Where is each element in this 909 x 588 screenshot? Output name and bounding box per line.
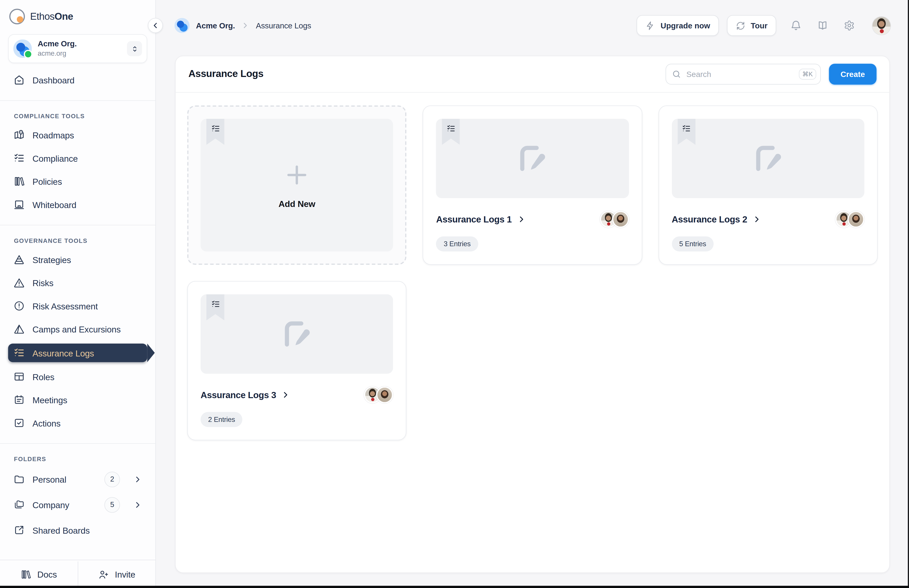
sidebar-item-label: Actions (32, 418, 61, 428)
invite-button[interactable]: Invite (78, 560, 155, 588)
sidebar-item-compliance[interactable]: Compliance (8, 150, 147, 167)
breadcrumb: Acme Org. Assurance Logs (175, 18, 311, 33)
folders-icon (13, 499, 25, 510)
docs-button[interactable]: Docs (0, 560, 78, 588)
sidebar-item-risks[interactable]: Risks (8, 274, 147, 291)
chevron-right-icon[interactable] (752, 215, 761, 224)
sidebar-item-label: Company (32, 500, 69, 509)
window-edge-bottom (0, 586, 909, 588)
member-avatars (364, 386, 393, 403)
breadcrumb-org[interactable]: Acme Org. (196, 21, 235, 30)
divider (0, 443, 155, 444)
sidebar: EthosOne Acme Org. acme.org Dashboard CO… (0, 0, 156, 588)
sidebar-item-label: Assurance Logs (32, 348, 94, 358)
sidebar-item-roadmaps[interactable]: Roadmaps (8, 126, 147, 144)
entries-badge: 2 Entries (201, 412, 243, 427)
chevron-right-icon[interactable] (133, 501, 142, 509)
search-icon (672, 69, 681, 79)
sidebar-item-camps-and-excursions[interactable]: Camps and Excursions (8, 320, 147, 338)
user-avatar[interactable] (872, 16, 890, 34)
add-new-card-body: Add New (201, 119, 393, 252)
sidebar-nav: Dashboard COMPLIANCE TOOLS Roadmaps Comp… (0, 63, 155, 560)
sidebar-item-label: Personal (32, 474, 66, 484)
add-new-card[interactable]: Add New (187, 105, 406, 265)
calendar-icon (13, 394, 25, 405)
map-pin-icon (13, 129, 25, 141)
entries-badge: 3 Entries (436, 236, 478, 252)
divider (0, 225, 155, 226)
page-title: Assurance Logs (188, 68, 264, 80)
org-selector[interactable]: Acme Org. acme.org (8, 34, 147, 63)
card-title-row: Assurance Logs 3 (201, 386, 393, 403)
docs-library-button[interactable] (815, 19, 830, 32)
sidebar-item-label: Camps and Excursions (32, 324, 121, 334)
top-actions: Upgrade now Tour (637, 15, 890, 36)
sidebar-item-roles[interactable]: Roles (8, 368, 147, 385)
sidebar-item-meetings[interactable]: Meetings (8, 391, 147, 408)
app-window: EthosOne Acme Org. acme.org Dashboard CO… (0, 0, 909, 588)
tour-label: Tour (751, 21, 768, 30)
card-title[interactable]: Assurance Logs 1 (436, 214, 511, 225)
settings-button[interactable] (843, 19, 856, 32)
sidebar-item-strategies[interactable]: Strategies (8, 251, 147, 268)
sidebar-item-whiteboard[interactable]: Whiteboard (8, 196, 147, 213)
share-icon (13, 524, 25, 536)
sidebar-item-shared-boards[interactable]: Shared Boards (8, 520, 147, 540)
sidebar-item-label: Shared Boards (32, 525, 90, 535)
card-title[interactable]: Assurance Logs 3 (201, 390, 276, 400)
org-name: Acme Org. (38, 39, 77, 49)
folder-count-badge: 2 (104, 471, 120, 487)
sidebar-item-risk-assessment[interactable]: Risk Assessment (8, 297, 147, 315)
card-preview (672, 119, 864, 198)
card-title-row: Assurance Logs 2 (672, 211, 864, 228)
sidebar-collapse-button[interactable] (148, 18, 163, 33)
sidebar-item-company[interactable]: Company 5 (8, 495, 147, 515)
notifications-button[interactable] (789, 19, 803, 32)
avatar (612, 211, 629, 228)
chevron-right-icon[interactable] (281, 391, 290, 399)
org-meta: Acme Org. acme.org (38, 39, 77, 58)
create-button[interactable]: Create (829, 64, 877, 84)
sidebar-item-label: Strategies (32, 255, 71, 264)
org-avatar (13, 39, 32, 58)
card-preview (201, 294, 393, 374)
log-card-1[interactable]: Assurance Logs 1 3 Entries (423, 105, 642, 265)
sidebar-item-actions[interactable]: Actions (8, 414, 147, 431)
assurance-logs-panel: Assurance Logs ⌘K Create (175, 56, 890, 573)
search-input[interactable] (666, 64, 821, 84)
alert-circle-icon (13, 300, 25, 312)
spacer (8, 546, 147, 560)
plus-icon (284, 162, 310, 188)
folder-icon (13, 473, 25, 485)
sidebar-item-policies[interactable]: Policies (8, 173, 147, 190)
sidebar-item-personal[interactable]: Personal 2 (8, 469, 147, 489)
sidebar-item-dashboard[interactable]: Dashboard (8, 71, 147, 89)
books-icon (13, 176, 25, 187)
log-card-2[interactable]: Assurance Logs 2 5 Entries (658, 105, 878, 265)
top-bar: Acme Org. Assurance Logs Upgrade now Tou… (156, 0, 909, 51)
chevron-right-icon[interactable] (133, 475, 142, 483)
sidebar-item-label: Dashboard (32, 75, 74, 85)
sidebar-item-assurance-logs[interactable]: Assurance Logs (8, 344, 147, 362)
sidebar-item-label: Policies (32, 176, 62, 186)
section-label-folders: FOLDERS (14, 456, 142, 462)
tour-button[interactable]: Tour (727, 15, 776, 36)
panel-header: Assurance Logs ⌘K Create (176, 56, 889, 93)
sidebar-item-label: Compliance (32, 153, 78, 163)
bookmark-ribbon (206, 294, 224, 320)
window-edge-right (908, 0, 909, 588)
table-icon (13, 371, 25, 382)
chevron-right-icon[interactable] (517, 215, 526, 224)
chevrons-up-down-icon[interactable] (127, 41, 142, 56)
upgrade-button[interactable]: Upgrade now (637, 15, 719, 36)
card-title-row: Assurance Logs 1 (436, 211, 629, 228)
upgrade-label: Upgrade now (661, 21, 710, 30)
check-square-icon (13, 417, 25, 429)
log-card-3[interactable]: Assurance Logs 3 2 Entries (187, 281, 406, 440)
chevron-left-icon (151, 21, 160, 30)
card-title[interactable]: Assurance Logs 2 (672, 214, 747, 225)
sidebar-item-label: Roles (32, 372, 54, 381)
section-label-compliance-tools: COMPLIANCE TOOLS (14, 113, 142, 120)
bell-icon (790, 20, 802, 31)
ethosone-logo-icon (9, 9, 25, 24)
